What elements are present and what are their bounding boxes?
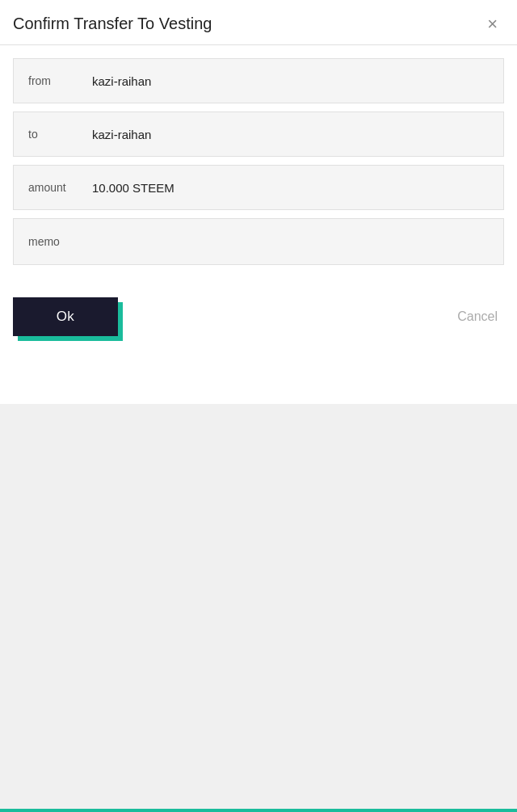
close-button[interactable]: × xyxy=(484,15,501,33)
amount-label: amount xyxy=(14,181,82,194)
memo-field-row: memo xyxy=(13,218,504,265)
amount-field-row: amount 10.000 STEEM xyxy=(13,165,504,210)
memo-label: memo xyxy=(14,235,82,248)
cancel-button[interactable]: Cancel xyxy=(451,301,504,332)
amount-value: 10.000 STEEM xyxy=(82,171,503,204)
modal-header: Confirm Transfer To Vesting × xyxy=(0,0,517,45)
modal-title: Confirm Transfer To Vesting xyxy=(13,15,212,33)
modal-actions: Ok Cancel xyxy=(0,289,517,349)
modal-container: Confirm Transfer To Vesting × from kazi-… xyxy=(0,0,517,404)
from-value: kazi-raihan xyxy=(82,65,503,98)
memo-value[interactable] xyxy=(82,219,503,264)
ok-button-wrapper: Ok xyxy=(13,297,118,336)
modal-body: from kazi-raihan to kazi-raihan amount 1… xyxy=(0,45,517,289)
to-value: kazi-raihan xyxy=(82,118,503,151)
ok-button[interactable]: Ok xyxy=(13,297,118,336)
to-label: to xyxy=(14,128,82,141)
from-label: from xyxy=(14,74,82,87)
to-field-row: to kazi-raihan xyxy=(13,111,504,157)
bottom-bar xyxy=(0,809,517,812)
from-field-row: from kazi-raihan xyxy=(13,58,504,103)
